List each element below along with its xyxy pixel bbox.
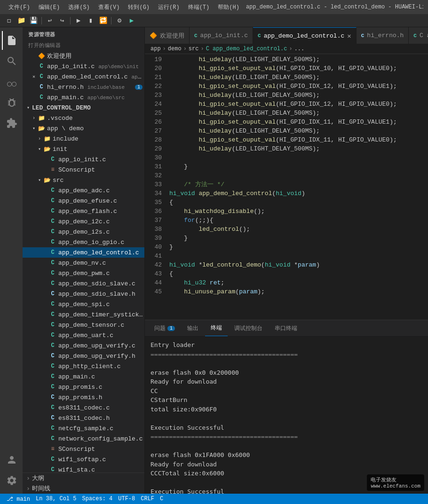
panel-tab-serial[interactable]: 串口终端 (269, 320, 303, 336)
project-root[interactable]: ▾ LED_CONTROL_DEMO (23, 102, 144, 113)
status-branch[interactable]: ⎇ main (4, 496, 33, 503)
redo-btn[interactable]: ↪ (57, 16, 67, 26)
file-app-demo-adc[interactable]: C app_demo_adc.c (23, 185, 144, 196)
file-sconscript-src[interactable]: ≡ SConscript (23, 444, 144, 454)
folder-src[interactable]: ▾ 📂 src (23, 175, 144, 185)
menu-terminal[interactable]: 终端(T) (184, 2, 214, 12)
file-network-config-sample[interactable]: C network_config_sample.c (23, 433, 144, 444)
activity-extensions[interactable] (2, 114, 21, 133)
code-editor[interactable]: 1920212223 2425262728 2930313233 3435363… (145, 54, 428, 320)
file-app-demo-upg-verify-h[interactable]: C app_demo_upg_verify.h (23, 351, 144, 361)
tab-app[interactable]: C C app (409, 27, 428, 44)
file-app-demo-sdio-slave-h[interactable]: C app_demo_sdio_slave.h (23, 289, 144, 299)
open-editor-app-io-init[interactable]: C app_io_init.c app\demo\init (23, 61, 144, 71)
tab-welcome[interactable]: 🔶 欢迎使用 (145, 27, 190, 44)
open-editor-hi-errno[interactable]: C hi_errno.h include\base 1 (23, 82, 144, 92)
term-line-3 (151, 359, 422, 368)
file-app-demo-i2s[interactable]: C app_demo_i2s.c (23, 227, 144, 237)
file-app-demo-pwm[interactable]: C app_demo_pwm.c (23, 268, 144, 278)
save-btn[interactable]: 💾 (28, 16, 39, 26)
timeline-section[interactable]: › 时间线 (23, 483, 144, 494)
flash-btn[interactable]: 🔁 (98, 16, 108, 26)
tab-app-io-init[interactable]: C app_io_init.c (190, 27, 253, 44)
tab-app-demo-led-control[interactable]: C app_demo_led_control.c ✕ (253, 27, 357, 44)
menu-file[interactable]: 文件(F) (5, 2, 34, 12)
terminal-content[interactable]: Entry loader ===========================… (145, 337, 428, 494)
file-app-demo-nv[interactable]: C app_demo_nv.c (23, 258, 144, 268)
folder-open-icon: 📂 (38, 125, 45, 132)
code-area[interactable]: hi_udelay(LED_LIGHT_DELAY_500MS); hi_gpi… (166, 54, 428, 320)
status-eol[interactable]: CRLF (138, 496, 157, 502)
file-app-demo-io-gpio[interactable]: C app_demo_io_gpio.c (23, 237, 144, 247)
file-app-demo-upg-verify-c[interactable]: C app_demo_upg_verify.c (23, 340, 144, 351)
file-app-demo-efuse[interactable]: C app_demo_efuse.c (23, 196, 144, 206)
status-spaces[interactable]: Spaces: 4 (79, 496, 115, 502)
file-app-demo-flash[interactable]: C app_demo_flash.c (23, 206, 144, 216)
file-app-promis-h[interactable]: C app_promis.h (23, 392, 144, 402)
folder-include[interactable]: › 📁 include (23, 134, 144, 144)
undo-btn[interactable]: ↩ (45, 16, 55, 26)
file-es8311-codec-c[interactable]: C es8311_codec.c (23, 402, 144, 413)
menu-edit[interactable]: 编辑(E) (35, 2, 64, 12)
breadcrumb-app[interactable]: app (151, 46, 161, 52)
folder-init[interactable]: ▾ 📂 init (23, 144, 144, 154)
file-app-demo-i2c[interactable]: C app_demo_i2c.c (23, 216, 144, 227)
folder-app-demo[interactable]: ▾ 📂 app \ demo (23, 123, 144, 134)
file-app-demo-tsensor[interactable]: C app_demo_tsensor.c (23, 320, 144, 330)
breadcrumb-file[interactable]: C app_demo_led_control.c (206, 46, 287, 52)
file-app-demo-spi[interactable]: C app_demo_spi.c (23, 299, 144, 309)
panel-tab-output[interactable]: 输出 (182, 320, 204, 336)
file-es8311-codec-h[interactable]: C es8311_codec.h (23, 413, 144, 423)
open-editors-header[interactable]: 打开的编辑器 (23, 40, 144, 51)
outline-section[interactable]: › 大纲 (23, 473, 144, 483)
open-editor-welcome[interactable]: 🔶 欢迎使用 (23, 51, 144, 61)
status-encoding[interactable]: UTF-8 (115, 496, 138, 502)
file-app-http-client[interactable]: C app_http_client.c (23, 361, 144, 371)
code-line-44: hi_u32 ret; (166, 278, 428, 287)
file-app-main[interactable]: C app_main.c (23, 371, 144, 382)
new-file-btn[interactable]: ◻ (4, 16, 14, 26)
menu-view[interactable]: 查看(V) (95, 2, 124, 12)
tab-hi-errno[interactable]: C hi_errno.h (357, 27, 409, 44)
open-editor-app-demo-led[interactable]: ✕ C app_demo_led_control.c app\de... (23, 71, 144, 82)
activity-settings[interactable] (2, 471, 21, 490)
activity-files[interactable] (2, 31, 21, 50)
file-wifi-softap[interactable]: C wifi_softap.c (23, 454, 144, 465)
status-language[interactable]: C (157, 496, 166, 502)
status-position[interactable]: Ln 38, Col 5 (33, 496, 79, 502)
file-app-promis-c[interactable]: C app_promis.c (23, 382, 144, 392)
breadcrumb-demo[interactable]: demo (168, 46, 182, 52)
settings-btn[interactable]: ⚙ (114, 16, 125, 26)
file-sconscript-init[interactable]: ≡ SConscript (23, 165, 144, 175)
menu-goto[interactable]: 转到(G) (124, 2, 153, 12)
menu-help[interactable]: 帮助(H) (214, 2, 243, 12)
file-netcfg-sample[interactable]: C netcfg_sample.c (23, 423, 144, 433)
file-app-demo-timer[interactable]: C app_demo_timer_systick.c (23, 309, 144, 320)
folder-open-icon: 📂 (43, 176, 51, 184)
activity-search[interactable] (2, 52, 21, 71)
open-editor-app-main[interactable]: C app_main.c app\demo\src (23, 92, 144, 102)
file-app-demo-uart[interactable]: C app_demo_uart.c (23, 330, 144, 340)
tab-close-btn[interactable]: ✕ (347, 32, 351, 40)
panel-tab-terminal[interactable]: 终端 (205, 320, 228, 336)
panel-tab-debug[interactable]: 调试控制台 (229, 320, 268, 336)
folder-vscode[interactable]: › 📁 .vscode (23, 113, 144, 123)
spacer (41, 342, 49, 349)
panel-tab-problems[interactable]: 问题 1 (149, 320, 181, 336)
debug-btn[interactable]: ▮ (86, 16, 96, 26)
activity-account[interactable] (2, 450, 21, 469)
folder-icon: 📁 (38, 114, 45, 122)
activity-debug[interactable] (2, 93, 21, 112)
menu-bar-items[interactable]: 文件(F) 编辑(E) 选择(S) 查看(V) 转到(G) 运行(R) 终端(T… (5, 2, 243, 12)
file-app-demo-led-control[interactable]: C app_demo_led_control.c (23, 247, 144, 258)
breadcrumb-src[interactable]: src (189, 46, 199, 52)
file-app-demo-sdio-slave-c[interactable]: C app_demo_sdio_slave.c (23, 278, 144, 289)
open-folder-btn[interactable]: 📁 (16, 16, 26, 26)
menu-run[interactable]: 运行(R) (154, 2, 183, 12)
file-wifi-sta[interactable]: C wifi_sta.c (23, 465, 144, 472)
activity-scm[interactable] (2, 72, 21, 91)
menu-select[interactable]: 选择(S) (64, 2, 94, 12)
build-btn[interactable]: ▶ (73, 16, 84, 26)
run-btn[interactable]: ▶ (127, 16, 137, 26)
file-app-io-init[interactable]: C app_io_init.c (23, 154, 144, 165)
